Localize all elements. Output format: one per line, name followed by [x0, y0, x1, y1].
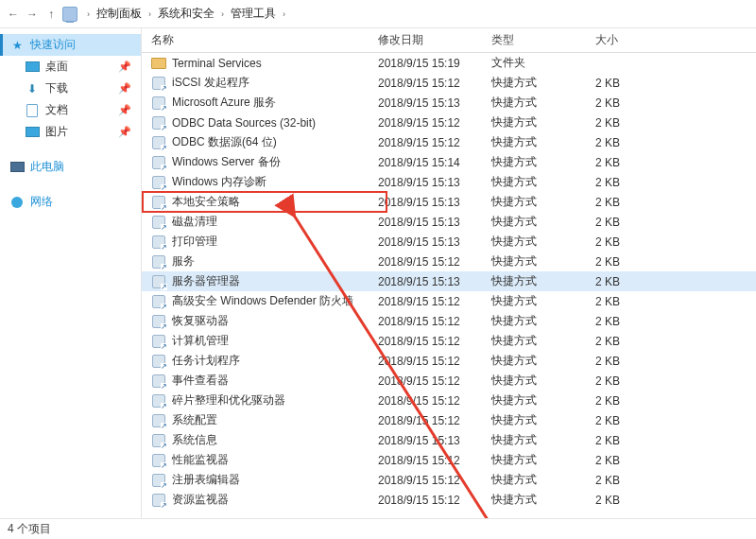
sidebar-label: 网络 [30, 194, 53, 210]
file-name: 恢复驱动器 [172, 313, 229, 329]
file-type: 快捷方式 [491, 333, 595, 349]
sidebar-thispc[interactable]: 此电脑 [0, 156, 141, 178]
file-date: 2018/9/15 15:12 [378, 315, 491, 328]
shortcut-icon [151, 374, 166, 389]
nav-back-icon[interactable]: ← [6, 7, 21, 22]
file-name: 计算机管理 [172, 333, 229, 349]
file-row[interactable]: 碎片整理和优化驱动器2018/9/15 15:12快捷方式2 KB [142, 391, 756, 410]
sidebar-quickaccess[interactable]: 快速访问 [0, 34, 141, 56]
file-type: 快捷方式 [491, 75, 595, 91]
file-date: 2018/9/15 15:13 [378, 196, 491, 209]
breadcrumb[interactable]: › 控制面板 › 系统和安全 › 管理工具 › [85, 5, 287, 23]
download-icon [25, 81, 40, 96]
file-row[interactable]: ODBC Data Sources (32-bit)2018/9/15 15:1… [142, 113, 756, 132]
sidebar-item-pictures[interactable]: 图片 📌 [0, 121, 141, 143]
shortcut-icon [151, 413, 166, 428]
shortcut-icon [151, 155, 166, 170]
shortcut-icon [151, 433, 166, 448]
file-name: 本地安全策略 [172, 194, 240, 210]
file-date: 2018/9/15 15:13 [378, 96, 491, 110]
file-name: Terminal Services [172, 57, 262, 70]
shortcut-icon [151, 354, 166, 369]
file-row[interactable]: Windows Server 备份2018/9/15 15:14快捷方式2 KB [142, 152, 756, 172]
file-row[interactable]: 系统信息2018/9/15 15:13快捷方式2 KB [142, 430, 756, 450]
sidebar-item-label: 文档 [45, 102, 68, 118]
nav-up-icon[interactable]: ↑ [43, 7, 59, 22]
file-row[interactable]: 打印管理2018/9/15 15:13快捷方式2 KB [142, 232, 756, 252]
shortcut-icon [151, 215, 166, 230]
file-row[interactable]: 系统配置2018/9/15 15:12快捷方式2 KB [142, 410, 756, 430]
file-size: 2 KB [595, 116, 756, 130]
col-name[interactable]: 名称 [142, 32, 378, 48]
file-date: 2018/9/15 15:12 [378, 77, 491, 90]
document-icon [25, 103, 40, 118]
status-bar: 4 个项目 [0, 518, 756, 539]
file-row[interactable]: 注册表编辑器2018/9/15 15:12快捷方式2 KB [142, 470, 756, 490]
file-date: 2018/9/15 15:12 [378, 255, 491, 269]
file-row[interactable]: Windows 内存诊断2018/9/15 15:13快捷方式2 KB [142, 172, 756, 192]
sidebar-item-label: 桌面 [45, 59, 68, 75]
file-name: Windows Server 备份 [172, 154, 281, 170]
file-date: 2018/9/15 15:12 [378, 295, 491, 308]
file-date: 2018/9/15 15:12 [378, 394, 491, 408]
file-size: 2 KB [595, 96, 756, 110]
file-size: 2 KB [595, 136, 756, 149]
shortcut-icon [151, 115, 166, 130]
file-row[interactable]: Microsoft Azure 服务2018/9/15 15:13快捷方式2 K… [142, 93, 756, 113]
file-row[interactable]: 恢复驱动器2018/9/15 15:12快捷方式2 KB [142, 311, 756, 331]
nav-sidebar: 快速访问 桌面 📌 下载 📌 文档 📌 图片 📌 [0, 28, 142, 518]
file-row[interactable]: 任务计划程序2018/9/15 15:12快捷方式2 KB [142, 351, 756, 371]
pc-icon [9, 160, 25, 175]
file-row[interactable]: Terminal Services2018/9/15 15:19文件夹 [142, 53, 756, 73]
file-size: 2 KB [595, 235, 756, 249]
file-row[interactable]: 服务2018/9/15 15:12快捷方式2 KB [142, 252, 756, 271]
file-row[interactable]: 事件查看器2018/9/15 15:12快捷方式2 KB [142, 371, 756, 391]
breadcrumb-item[interactable]: 控制面板 [94, 5, 145, 23]
file-date: 2018/9/15 15:13 [378, 176, 491, 189]
shortcut-icon [151, 493, 166, 508]
file-row[interactable]: ODBC 数据源(64 位)2018/9/15 15:12快捷方式2 KB [142, 132, 756, 152]
file-row[interactable]: 服务器管理器2018/9/15 15:13快捷方式2 KB [142, 271, 756, 291]
col-size[interactable]: 大小 [595, 32, 756, 48]
file-row[interactable]: iSCSI 发起程序2018/9/15 15:12快捷方式2 KB [142, 73, 756, 93]
file-row[interactable]: 性能监视器2018/9/15 15:12快捷方式2 KB [142, 450, 756, 470]
file-size: 2 KB [595, 216, 756, 229]
file-name: ODBC 数据源(64 位) [172, 134, 277, 150]
shortcut-icon [151, 254, 166, 270]
nav-forward-icon[interactable]: → [25, 7, 40, 22]
file-row[interactable]: 磁盘清理2018/9/15 15:13快捷方式2 KB [142, 212, 756, 232]
file-type: 快捷方式 [491, 293, 595, 309]
file-type: 快捷方式 [491, 134, 595, 150]
file-size: 2 KB [595, 295, 756, 308]
col-date[interactable]: 修改日期 [378, 32, 491, 48]
sidebar-item-downloads[interactable]: 下载 📌 [0, 78, 141, 99]
file-date: 2018/9/15 15:13 [378, 275, 491, 288]
file-type: 快捷方式 [491, 492, 595, 508]
sidebar-item-desktop[interactable]: 桌面 📌 [0, 56, 141, 78]
file-size: 2 KB [595, 335, 756, 348]
sidebar-network[interactable]: 网络 [0, 191, 141, 213]
breadcrumb-item[interactable]: 管理工具 [228, 5, 279, 23]
chevron-right-icon: › [146, 9, 153, 19]
file-type: 快捷方式 [491, 234, 595, 250]
file-row[interactable]: 计算机管理2018/9/15 15:12快捷方式2 KB [142, 331, 756, 351]
shortcut-icon [151, 96, 166, 111]
file-type: 快捷方式 [491, 114, 595, 130]
file-size: 2 KB [595, 414, 756, 427]
file-row[interactable]: 本地安全策略2018/9/15 15:13快捷方式2 KB [142, 192, 756, 212]
file-name: 任务计划程序 [172, 353, 240, 369]
file-name: Windows 内存诊断 [172, 174, 266, 190]
sidebar-item-documents[interactable]: 文档 📌 [0, 99, 141, 121]
file-name: Microsoft Azure 服务 [172, 95, 276, 111]
col-type[interactable]: 类型 [491, 32, 595, 48]
file-row[interactable]: 资源监视器2018/9/15 15:12快捷方式2 KB [142, 490, 756, 510]
file-type: 快捷方式 [491, 373, 595, 389]
chevron-right-icon: › [281, 9, 287, 19]
breadcrumb-item[interactable]: 系统和安全 [155, 5, 217, 23]
star-icon [9, 38, 25, 53]
file-size: 2 KB [595, 315, 756, 328]
file-type: 快捷方式 [491, 95, 595, 111]
file-row[interactable]: 高级安全 Windows Defender 防火墙2018/9/15 15:12… [142, 291, 756, 311]
file-type: 快捷方式 [491, 392, 595, 409]
file-name: 服务器管理器 [172, 273, 240, 289]
